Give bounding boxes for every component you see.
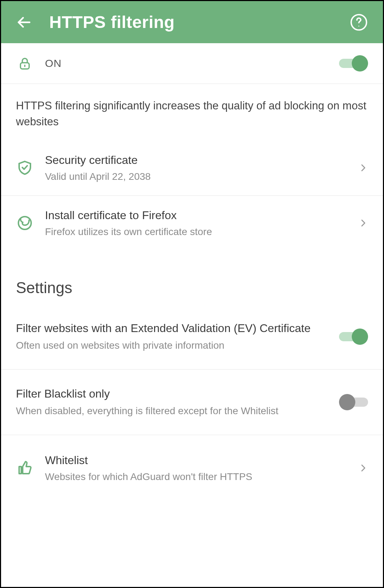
security-cert-subtitle: Valid until April 22, 2038	[45, 170, 347, 183]
https-filtering-toggle-row[interactable]: ON	[1, 43, 383, 84]
chevron-right-icon	[358, 218, 368, 228]
ev-toggle[interactable]	[339, 329, 368, 345]
blacklist-subtitle: When disabled, everything is filtered ex…	[16, 405, 328, 417]
chevron-right-icon	[358, 463, 368, 473]
firefox-title: Install certificate to Firefox	[45, 208, 347, 223]
ev-title: Filter websites with an Extended Validat…	[16, 321, 328, 336]
blacklist-filter-row[interactable]: Filter Blacklist only When disabled, eve…	[1, 370, 383, 435]
whitelist-row[interactable]: Whitelist Websites for which AdGuard won…	[1, 435, 383, 496]
whitelist-title: Whitelist	[45, 453, 347, 468]
help-icon	[350, 13, 368, 32]
page-title: HTTPS filtering	[49, 12, 332, 32]
settings-section-header: Settings	[1, 251, 383, 304]
ev-subtitle: Often used on websites with private info…	[16, 339, 328, 352]
firefox-subtitle: Firefox utilizes its own certificate sto…	[45, 225, 347, 239]
security-cert-title: Security certificate	[45, 153, 347, 168]
https-toggle[interactable]	[339, 55, 368, 72]
back-arrow-icon	[16, 15, 32, 30]
https-toggle-label: ON	[45, 57, 328, 69]
install-firefox-row[interactable]: Install certificate to Firefox Firefox u…	[1, 196, 383, 251]
lock-icon	[17, 56, 32, 71]
ev-filter-row[interactable]: Filter websites with an Extended Validat…	[1, 304, 383, 370]
https-info-text: HTTPS filtering significantly increases …	[1, 84, 383, 141]
svg-point-2	[358, 25, 360, 27]
shield-check-icon	[16, 159, 33, 176]
whitelist-subtitle: Websites for which AdGuard won't filter …	[45, 470, 347, 484]
app-header: HTTPS filtering	[1, 1, 383, 43]
firefox-icon	[16, 215, 33, 232]
security-certificate-row[interactable]: Security certificate Valid until April 2…	[1, 141, 383, 196]
help-button[interactable]	[350, 13, 368, 32]
back-button[interactable]	[16, 15, 32, 30]
thumbs-up-icon	[16, 459, 33, 476]
blacklist-title: Filter Blacklist only	[16, 387, 328, 401]
chevron-right-icon	[358, 163, 368, 173]
blacklist-toggle[interactable]	[339, 394, 368, 410]
